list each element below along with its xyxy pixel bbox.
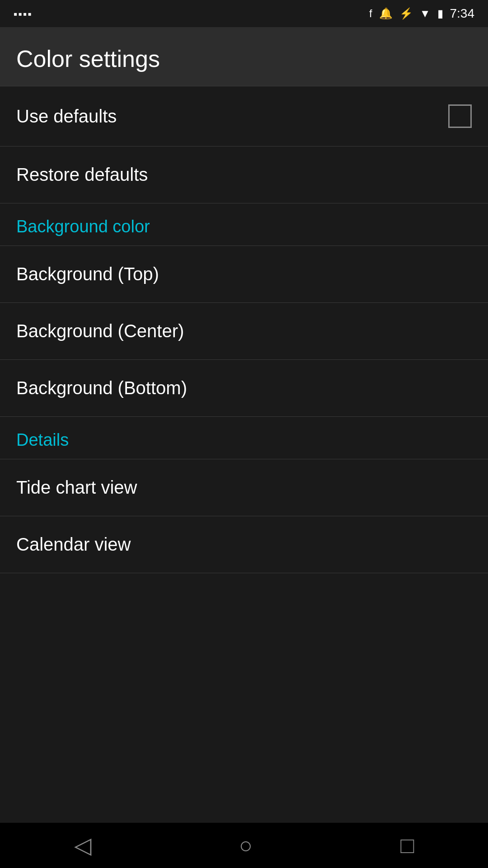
bluetooth-icon: ⚡	[399, 7, 413, 20]
recents-nav-icon[interactable]: □	[400, 832, 414, 859]
use-defaults-checkbox[interactable]	[448, 104, 472, 128]
status-bar-left-icons: ▪▪▪▪	[14, 6, 33, 21]
settings-list: Use defaults Restore defaults Background…	[0, 86, 488, 844]
status-bar-right-icons: f 🔔 ⚡ ▼ ▮ 7:34	[369, 6, 474, 21]
carrier-icon: ▪▪▪▪	[14, 8, 33, 20]
details-section-header: Details	[0, 417, 488, 459]
wifi-icon: ▼	[420, 7, 431, 20]
empty-content-area	[0, 573, 488, 844]
restore-defaults-label: Restore defaults	[16, 165, 148, 185]
background-center-item[interactable]: Background (Center)	[0, 303, 488, 360]
background-top-item[interactable]: Background (Top)	[0, 246, 488, 303]
notification-icon: 🔔	[379, 7, 393, 20]
background-bottom-label: Background (Bottom)	[16, 378, 187, 398]
background-bottom-item[interactable]: Background (Bottom)	[0, 360, 488, 417]
use-defaults-item[interactable]: Use defaults	[0, 86, 488, 146]
navigation-bar: ◁ ○ □	[0, 823, 488, 868]
background-center-label: Background (Center)	[16, 321, 184, 341]
battery-icon: ▮	[437, 7, 443, 20]
background-color-section-label: Background color	[16, 217, 150, 236]
calendar-view-label: Calendar view	[16, 534, 131, 555]
use-defaults-label: Use defaults	[16, 106, 117, 127]
restore-defaults-item[interactable]: Restore defaults	[0, 146, 488, 203]
calendar-view-item[interactable]: Calendar view	[0, 516, 488, 573]
background-color-section-header: Background color	[0, 203, 488, 246]
details-section-label: Details	[16, 430, 69, 449]
page-header: Color settings	[0, 27, 488, 86]
tide-chart-view-item[interactable]: Tide chart view	[0, 459, 488, 516]
status-bar: ▪▪▪▪ f 🔔 ⚡ ▼ ▮ 7:34	[0, 0, 488, 27]
page-title: Color settings	[16, 45, 472, 72]
background-top-label: Background (Top)	[16, 264, 159, 284]
tide-chart-view-label: Tide chart view	[16, 477, 137, 498]
facebook-icon: f	[369, 7, 372, 20]
home-nav-icon[interactable]: ○	[239, 832, 253, 859]
back-nav-icon[interactable]: ◁	[74, 832, 91, 859]
time-display: 7:34	[450, 6, 475, 21]
